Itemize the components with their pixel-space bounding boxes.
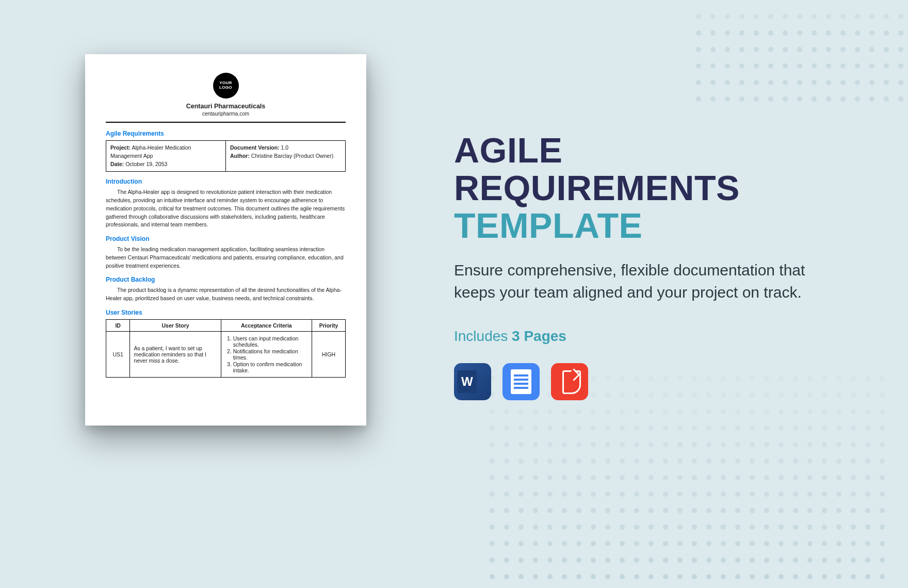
heading-product-backlog: Product Backlog [106,276,346,283]
th-ac: Acceptance Criteria [221,319,312,331]
cell-story: As a patient, I want to set up medicatio… [130,331,221,377]
product-vision-text: To be the leading medication management … [106,246,346,270]
cell-acceptance-criteria: Users can input medication schedules. No… [221,331,312,377]
includes-count: 3 Pages [512,328,566,344]
logo-placeholder: YOUR LOGO [213,73,239,99]
includes-line: Includes 3 Pages [454,328,825,345]
divider [106,122,346,123]
decorative-dots-top [691,9,908,108]
title-line-1: AGILE [454,130,562,170]
ac-item: Users can input medication schedules. [233,335,308,348]
heading-product-vision: Product Vision [106,235,346,242]
product-backlog-text: The product backlog is a dynamic represe… [106,286,346,303]
company-site: centauripharma.com [106,111,346,117]
user-stories-table: ID User Story Acceptance Criteria Priori… [106,319,346,378]
meta-table: Project: Alpha-Healer Medication Managem… [106,140,346,172]
heading-agile-requirements: Agile Requirements [106,130,346,137]
table-row: US1 As a patient, I want to set up medic… [106,331,346,377]
company-name: Centauri Pharmaceuticals [106,103,346,110]
date-label: Date: [110,161,124,167]
introduction-text: The Alpha-Healer app is designed to revo… [106,188,346,229]
word-icon[interactable] [454,363,491,400]
heading-introduction: Introduction [106,178,346,185]
google-docs-icon[interactable] [502,363,540,400]
decorative-dots-bottom [485,371,908,588]
pdf-icon[interactable] [551,363,588,400]
meta-right: Document Version: 1.0 Author: Christine … [226,141,345,171]
table-header-row: ID User Story Acceptance Criteria Priori… [106,319,346,331]
title-line-2: REQUIREMENTS [454,168,740,207]
version-label: Document Version: [230,144,280,151]
ac-item: Notifications for medication times. [233,348,308,361]
project-label: Project: [110,144,131,151]
format-icons [454,363,825,400]
meta-left: Project: Alpha-Healer Medication Managem… [106,141,226,171]
promo-section: AGILE REQUIREMENTS TEMPLATE Ensure compr… [454,132,825,400]
th-story: User Story [130,319,221,331]
heading-user-stories: User Stories [106,309,346,316]
cell-priority: HIGH [312,331,346,377]
author-label: Author: [230,153,250,159]
version-value: 1.0 [281,144,289,151]
template-title: AGILE REQUIREMENTS TEMPLATE [454,132,825,244]
th-id: ID [106,319,130,331]
author-value: Christine Barclay (Product Owner) [251,153,333,159]
th-priority: Priority [312,319,346,331]
document-preview: YOUR LOGO Centauri Pharmaceuticals centa… [85,54,366,426]
title-line-3: TEMPLATE [454,206,642,245]
template-description: Ensure comprehensive, flexible documenta… [454,259,825,303]
ac-item: Option to confirm medication intake. [233,361,308,373]
cell-id: US1 [106,331,130,377]
date-value: October 19, 2053 [125,161,167,167]
includes-prefix: Includes [454,328,512,344]
